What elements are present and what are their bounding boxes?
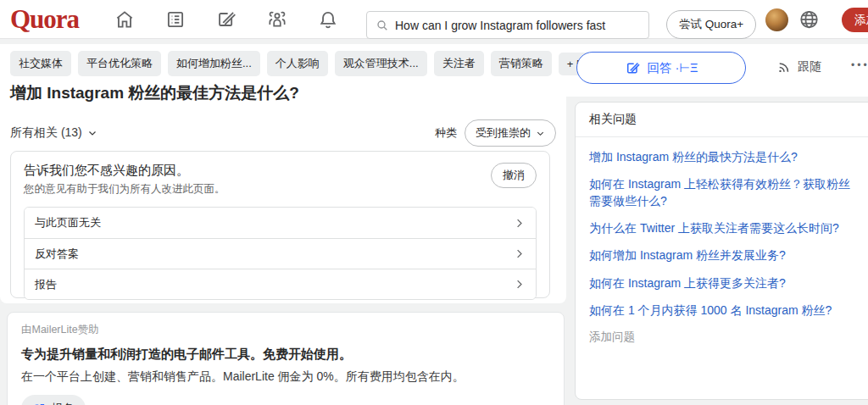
page-title: 增加 Instagram 粉丝的最佳方法是什么? bbox=[10, 82, 557, 104]
pencil-icon bbox=[625, 60, 641, 76]
topic-tag[interactable]: 营销策略 bbox=[491, 51, 552, 76]
feedback-option-against-answer[interactable]: 反对答案 bbox=[25, 238, 536, 269]
chevron-down-icon bbox=[87, 128, 97, 138]
option-label: 与此页面无关 bbox=[35, 215, 101, 230]
add-question-button[interactable]: 添加 bbox=[842, 8, 868, 32]
nav-icon-group bbox=[113, 8, 339, 31]
search-input[interactable] bbox=[395, 19, 640, 32]
topic-tag[interactable]: 个人影响 bbox=[267, 51, 328, 76]
sidebar-add-question-link[interactable]: 添加问题 bbox=[589, 330, 860, 345]
sort-by-label: 种类 bbox=[435, 125, 457, 141]
related-question-link[interactable]: 如何在 Instagram 上获得更多关注者? bbox=[589, 275, 860, 291]
quora-logo[interactable]: Quora bbox=[10, 6, 79, 32]
globe-language-icon[interactable] bbox=[798, 8, 821, 31]
related-question-link[interactable]: 如何增加 Instagram 粉丝并发展业务? bbox=[589, 247, 860, 264]
more-options-button[interactable]: ••• bbox=[851, 59, 868, 71]
user-avatar[interactable] bbox=[765, 8, 788, 31]
home-icon[interactable] bbox=[113, 8, 136, 31]
topic-tag[interactable]: 平台优化策略 bbox=[78, 51, 161, 76]
top-navbar: Quora bbox=[0, 0, 868, 39]
answer-pencil-icon[interactable] bbox=[214, 8, 237, 31]
ad-sponsor-label: 由MailerLite赞助 bbox=[21, 323, 550, 337]
answer-button[interactable]: 回答 ·⊢Ξ bbox=[576, 52, 746, 84]
ad-cta-label: 报名 bbox=[52, 401, 74, 405]
sort-value: 受到推崇的 bbox=[476, 125, 531, 141]
related-question-link[interactable]: 增加 Instagram 粉丝的最快方法是什么? bbox=[589, 149, 860, 165]
option-label: 反对答案 bbox=[35, 247, 79, 262]
topic-tag[interactable]: 观众管理技术... bbox=[335, 51, 427, 76]
option-label: 报告 bbox=[35, 277, 57, 292]
ad-signup-button[interactable]: 报名 bbox=[21, 395, 86, 405]
notifications-bell-icon[interactable] bbox=[316, 8, 339, 31]
topic-tag[interactable]: 社交媒体 bbox=[10, 51, 71, 76]
topic-tag[interactable]: 如何增加粉丝... bbox=[168, 51, 260, 76]
feedback-title: 告诉我们您不感兴趣的原因。 bbox=[24, 163, 225, 179]
undo-button[interactable]: 撤消 bbox=[491, 163, 537, 188]
feedback-option-report[interactable]: 报告 bbox=[25, 269, 536, 299]
try-quora-plus-button[interactable]: 尝试 Quora+ bbox=[666, 10, 756, 39]
search-icon bbox=[376, 19, 389, 32]
sponsored-ad-card: 由MailerLite赞助 专为提升销量和利润打造的电子邮件工具。免费开始使用。… bbox=[7, 312, 565, 405]
related-questions-title: 相关问题 bbox=[576, 103, 868, 137]
ad-body-text: 在一个平台上创建、营销和销售产品。MailerLite 佣金为 0%。所有费用均… bbox=[21, 369, 550, 385]
feedback-subtitle: 您的意见有助于我们为所有人改进此页面。 bbox=[24, 182, 225, 197]
spaces-groups-icon[interactable] bbox=[265, 8, 288, 31]
chevron-down-icon bbox=[536, 129, 545, 138]
related-question-link[interactable]: 如何在 Instagram 上轻松获得有效粉丝？获取粉丝需要做些什么? bbox=[589, 176, 860, 209]
all-related-dropdown[interactable]: 所有相关 (13) bbox=[10, 125, 97, 141]
topic-tag[interactable]: 关注者 bbox=[434, 51, 484, 76]
related-question-link[interactable]: 为什么在 Twitter 上获取关注者需要这么长时间? bbox=[589, 220, 860, 236]
chevron-right-icon bbox=[513, 247, 526, 260]
following-feed-icon[interactable] bbox=[164, 8, 186, 31]
related-questions-list: 增加 Instagram 粉丝的最快方法是什么? 如何在 Instagram 上… bbox=[576, 137, 868, 352]
sort-dropdown[interactable]: 受到推崇的 bbox=[465, 119, 556, 147]
all-related-label: 所有相关 (13) bbox=[10, 125, 82, 141]
feedback-option-not-related[interactable]: 与此页面无关 bbox=[25, 208, 536, 238]
topic-tags-row: 社交媒体 平台优化策略 如何增加粉丝... 个人影响 观众管理技术... 关注者… bbox=[10, 51, 591, 76]
rss-icon bbox=[776, 59, 792, 75]
answer-button-label: 回答 ·⊢Ξ bbox=[648, 60, 698, 76]
external-link-icon bbox=[33, 402, 46, 405]
follow-button[interactable]: 跟随 bbox=[776, 59, 821, 75]
related-question-link[interactable]: 如何在 1 个月内获得 1000 名 Instagram 粉丝? bbox=[589, 302, 860, 319]
feedback-options-list: 与此页面无关 反对答案 报告 bbox=[24, 207, 537, 300]
ad-headline[interactable]: 专为提升销量和利润打造的电子邮件工具。免费开始使用。 bbox=[21, 347, 550, 363]
follow-label: 跟随 bbox=[798, 59, 821, 75]
related-questions-card: 相关问题 增加 Instagram 粉丝的最快方法是什么? 如何在 Instag… bbox=[575, 102, 868, 400]
chevron-right-icon bbox=[513, 217, 526, 230]
feedback-card: 告诉我们您不感兴趣的原因。 您的意见有助于我们为所有人改进此页面。 撤消 与此页… bbox=[10, 151, 550, 298]
search-bar[interactable] bbox=[366, 11, 649, 39]
chevron-right-icon bbox=[513, 278, 526, 291]
filter-row: 所有相关 (13) 种类 受到推崇的 bbox=[10, 119, 556, 147]
